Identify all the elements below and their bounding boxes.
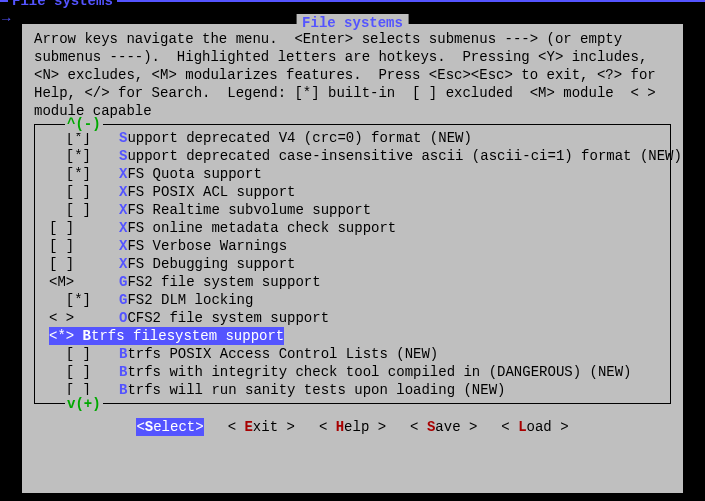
menu-item[interactable]: [ ] Btrfs will run sanity tests upon loa… xyxy=(35,381,670,399)
dialog-button[interactable]: < Load > xyxy=(501,418,568,436)
arrow-icon: → xyxy=(2,10,10,28)
outer-title: File systems xyxy=(8,0,117,10)
menu-item[interactable]: [ ] XFS Realtime subvolume support xyxy=(35,201,670,219)
menu-item[interactable]: [*] GFS2 DLM locking xyxy=(35,291,670,309)
button-bar: <Select>< Exit >< Help >< Save >< Load > xyxy=(22,408,683,444)
scroll-down-icon[interactable]: v(+) xyxy=(65,395,103,413)
menu-item[interactable]: [*] Support deprecated V4 (crc=0) format… xyxy=(35,129,670,147)
dialog-button[interactable]: < Save > xyxy=(410,418,477,436)
menu-list: ^(-) [*] Support deprecated V4 (crc=0) f… xyxy=(34,124,671,404)
scroll-up-icon[interactable]: ^(-) xyxy=(65,115,103,133)
dialog-button[interactable]: < Exit > xyxy=(228,418,295,436)
menu-item[interactable]: [ ] Btrfs POSIX Access Control Lists (NE… xyxy=(35,345,670,363)
outer-frame: File systems → File systems Arrow keys n… xyxy=(0,0,705,501)
menu-item[interactable]: <M> GFS2 file system support xyxy=(35,273,670,291)
dialog-panel: File systems Arrow keys navigate the men… xyxy=(20,22,685,495)
menu-item[interactable]: [*] Support deprecated case-insensitive … xyxy=(35,147,670,165)
menu-item[interactable]: [ ] XFS online metadata check support xyxy=(35,219,670,237)
panel-title: File systems xyxy=(296,14,409,32)
menu-item[interactable]: [ ] XFS POSIX ACL support xyxy=(35,183,670,201)
menu-item[interactable]: [ ] Btrfs with integrity check tool comp… xyxy=(35,363,670,381)
menu-item[interactable]: [ ] XFS Debugging support xyxy=(35,255,670,273)
dialog-button[interactable]: < Help > xyxy=(319,418,386,436)
menu-item[interactable]: < > OCFS2 file system support xyxy=(35,309,670,327)
dialog-button[interactable]: <Select> xyxy=(136,418,203,436)
menu-item[interactable]: [ ] XFS Verbose Warnings xyxy=(35,237,670,255)
help-text: Arrow keys navigate the menu. <Enter> se… xyxy=(22,24,683,124)
menu-item[interactable]: <*> Btrfs filesystem support xyxy=(35,327,670,345)
menu-item[interactable]: [*] XFS Quota support xyxy=(35,165,670,183)
